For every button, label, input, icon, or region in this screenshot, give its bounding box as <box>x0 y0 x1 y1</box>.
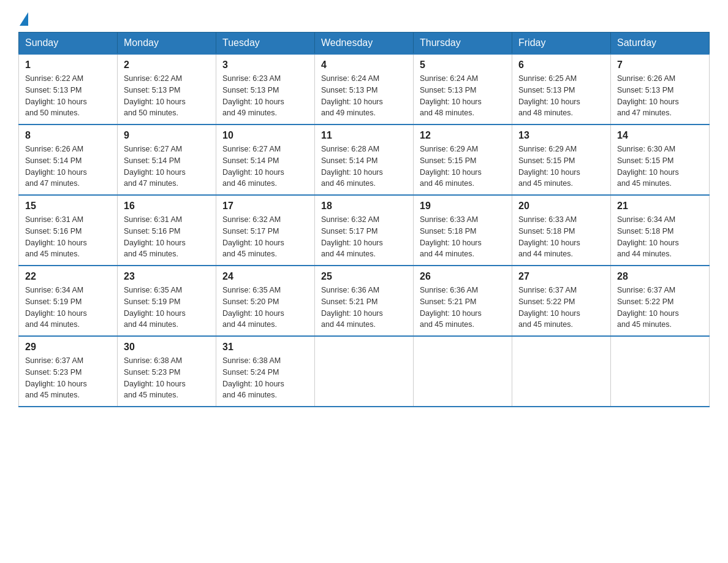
day-number: 24 <box>222 271 308 282</box>
day-info: Sunrise: 6:37 AMSunset: 5:22 PMDaylight:… <box>617 286 679 329</box>
day-info: Sunrise: 6:29 AMSunset: 5:15 PMDaylight:… <box>518 145 580 188</box>
day-info: Sunrise: 6:26 AMSunset: 5:13 PMDaylight:… <box>617 74 679 117</box>
calendar-day-cell: 24 Sunrise: 6:35 AMSunset: 5:20 PMDaylig… <box>216 266 315 336</box>
calendar-table: Sunday Monday Tuesday Wednesday Thursday… <box>18 32 710 407</box>
calendar-day-cell: 21 Sunrise: 6:34 AMSunset: 5:18 PMDaylig… <box>611 195 710 266</box>
day-info: Sunrise: 6:31 AMSunset: 5:16 PMDaylight:… <box>124 215 186 258</box>
calendar-day-cell: 30 Sunrise: 6:38 AMSunset: 5:23 PMDaylig… <box>118 336 216 407</box>
day-info: Sunrise: 6:28 AMSunset: 5:14 PMDaylight:… <box>321 145 383 188</box>
calendar-day-cell <box>512 336 611 407</box>
day-info: Sunrise: 6:23 AMSunset: 5:13 PMDaylight:… <box>222 74 284 117</box>
calendar-body: 1 Sunrise: 6:22 AMSunset: 5:13 PMDayligh… <box>19 54 710 407</box>
day-info: Sunrise: 6:27 AMSunset: 5:14 PMDaylight:… <box>222 145 284 188</box>
calendar-day-cell: 26 Sunrise: 6:36 AMSunset: 5:21 PMDaylig… <box>414 266 512 336</box>
col-monday: Monday <box>118 33 216 55</box>
day-number: 3 <box>222 59 308 71</box>
day-number: 29 <box>25 342 111 353</box>
day-number: 19 <box>420 201 506 212</box>
day-number: 14 <box>617 130 703 141</box>
day-number: 22 <box>25 271 111 282</box>
day-number: 31 <box>222 342 308 353</box>
calendar-day-cell: 27 Sunrise: 6:37 AMSunset: 5:22 PMDaylig… <box>512 266 611 336</box>
day-info: Sunrise: 6:32 AMSunset: 5:17 PMDaylight:… <box>321 215 383 258</box>
calendar-day-cell: 18 Sunrise: 6:32 AMSunset: 5:17 PMDaylig… <box>315 195 414 266</box>
day-info: Sunrise: 6:37 AMSunset: 5:23 PMDaylight:… <box>25 356 87 399</box>
day-info: Sunrise: 6:33 AMSunset: 5:18 PMDaylight:… <box>420 215 482 258</box>
day-number: 27 <box>518 271 604 282</box>
calendar-day-cell: 28 Sunrise: 6:37 AMSunset: 5:22 PMDaylig… <box>611 266 710 336</box>
calendar-week-row: 22 Sunrise: 6:34 AMSunset: 5:19 PMDaylig… <box>19 266 710 336</box>
calendar-day-cell: 15 Sunrise: 6:31 AMSunset: 5:16 PMDaylig… <box>19 195 118 266</box>
calendar-day-cell: 5 Sunrise: 6:24 AMSunset: 5:13 PMDayligh… <box>414 54 512 124</box>
calendar-day-cell: 2 Sunrise: 6:22 AMSunset: 5:13 PMDayligh… <box>118 54 216 124</box>
calendar-day-cell: 12 Sunrise: 6:29 AMSunset: 5:15 PMDaylig… <box>414 124 512 195</box>
calendar-day-cell: 8 Sunrise: 6:26 AMSunset: 5:14 PMDayligh… <box>19 124 118 195</box>
calendar-day-cell <box>611 336 710 407</box>
day-info: Sunrise: 6:22 AMSunset: 5:13 PMDaylight:… <box>25 74 87 117</box>
day-info: Sunrise: 6:24 AMSunset: 5:13 PMDaylight:… <box>420 74 482 117</box>
day-number: 21 <box>617 201 703 212</box>
day-number: 25 <box>321 271 407 282</box>
calendar-day-cell: 17 Sunrise: 6:32 AMSunset: 5:17 PMDaylig… <box>216 195 315 266</box>
calendar-week-row: 1 Sunrise: 6:22 AMSunset: 5:13 PMDayligh… <box>19 54 710 124</box>
day-number: 7 <box>617 59 703 71</box>
calendar-day-cell: 13 Sunrise: 6:29 AMSunset: 5:15 PMDaylig… <box>512 124 611 195</box>
calendar-day-cell: 10 Sunrise: 6:27 AMSunset: 5:14 PMDaylig… <box>216 124 315 195</box>
calendar-day-cell: 1 Sunrise: 6:22 AMSunset: 5:13 PMDayligh… <box>19 54 118 124</box>
day-number: 6 <box>518 59 604 71</box>
col-saturday: Saturday <box>611 33 710 55</box>
day-number: 18 <box>321 201 407 212</box>
day-info: Sunrise: 6:22 AMSunset: 5:13 PMDaylight:… <box>124 74 186 117</box>
logo-triangle-icon <box>20 12 28 26</box>
day-number: 23 <box>124 271 210 282</box>
calendar-day-cell: 9 Sunrise: 6:27 AMSunset: 5:14 PMDayligh… <box>118 124 216 195</box>
calendar-week-row: 8 Sunrise: 6:26 AMSunset: 5:14 PMDayligh… <box>19 124 710 195</box>
day-info: Sunrise: 6:38 AMSunset: 5:24 PMDaylight:… <box>222 356 284 399</box>
col-wednesday: Wednesday <box>315 33 414 55</box>
day-number: 11 <box>321 130 407 141</box>
calendar-day-cell: 29 Sunrise: 6:37 AMSunset: 5:23 PMDaylig… <box>19 336 118 407</box>
day-info: Sunrise: 6:31 AMSunset: 5:16 PMDaylight:… <box>25 215 87 258</box>
day-number: 5 <box>420 59 506 71</box>
calendar-header-row: Sunday Monday Tuesday Wednesday Thursday… <box>19 33 710 55</box>
day-number: 13 <box>518 130 604 141</box>
day-info: Sunrise: 6:35 AMSunset: 5:19 PMDaylight:… <box>124 286 186 329</box>
calendar-day-cell: 31 Sunrise: 6:38 AMSunset: 5:24 PMDaylig… <box>216 336 315 407</box>
day-number: 4 <box>321 59 407 71</box>
day-info: Sunrise: 6:36 AMSunset: 5:21 PMDaylight:… <box>321 286 383 329</box>
day-info: Sunrise: 6:26 AMSunset: 5:14 PMDaylight:… <box>25 145 87 188</box>
day-number: 20 <box>518 201 604 212</box>
col-tuesday: Tuesday <box>216 33 315 55</box>
calendar-day-cell: 23 Sunrise: 6:35 AMSunset: 5:19 PMDaylig… <box>118 266 216 336</box>
page-header <box>18 12 710 26</box>
day-number: 2 <box>124 59 210 71</box>
day-number: 15 <box>25 201 111 212</box>
day-info: Sunrise: 6:34 AMSunset: 5:18 PMDaylight:… <box>617 215 679 258</box>
day-info: Sunrise: 6:37 AMSunset: 5:22 PMDaylight:… <box>518 286 580 329</box>
calendar-day-cell: 6 Sunrise: 6:25 AMSunset: 5:13 PMDayligh… <box>512 54 611 124</box>
day-number: 26 <box>420 271 506 282</box>
day-info: Sunrise: 6:34 AMSunset: 5:19 PMDaylight:… <box>25 286 87 329</box>
day-info: Sunrise: 6:24 AMSunset: 5:13 PMDaylight:… <box>321 74 383 117</box>
day-info: Sunrise: 6:29 AMSunset: 5:15 PMDaylight:… <box>420 145 482 188</box>
day-number: 9 <box>124 130 210 141</box>
col-friday: Friday <box>512 33 611 55</box>
calendar-day-cell: 14 Sunrise: 6:30 AMSunset: 5:15 PMDaylig… <box>611 124 710 195</box>
logo <box>18 12 29 26</box>
day-number: 10 <box>222 130 308 141</box>
day-number: 1 <box>25 59 111 71</box>
calendar-day-cell: 11 Sunrise: 6:28 AMSunset: 5:14 PMDaylig… <box>315 124 414 195</box>
calendar-day-cell: 22 Sunrise: 6:34 AMSunset: 5:19 PMDaylig… <box>19 266 118 336</box>
day-number: 8 <box>25 130 111 141</box>
calendar-day-cell: 4 Sunrise: 6:24 AMSunset: 5:13 PMDayligh… <box>315 54 414 124</box>
calendar-day-cell <box>315 336 414 407</box>
day-number: 30 <box>124 342 210 353</box>
col-thursday: Thursday <box>414 33 512 55</box>
calendar-day-cell <box>414 336 512 407</box>
day-info: Sunrise: 6:33 AMSunset: 5:18 PMDaylight:… <box>518 215 580 258</box>
calendar-day-cell: 7 Sunrise: 6:26 AMSunset: 5:13 PMDayligh… <box>611 54 710 124</box>
calendar-day-cell: 19 Sunrise: 6:33 AMSunset: 5:18 PMDaylig… <box>414 195 512 266</box>
day-number: 17 <box>222 201 308 212</box>
day-info: Sunrise: 6:35 AMSunset: 5:20 PMDaylight:… <box>222 286 284 329</box>
calendar-day-cell: 20 Sunrise: 6:33 AMSunset: 5:18 PMDaylig… <box>512 195 611 266</box>
